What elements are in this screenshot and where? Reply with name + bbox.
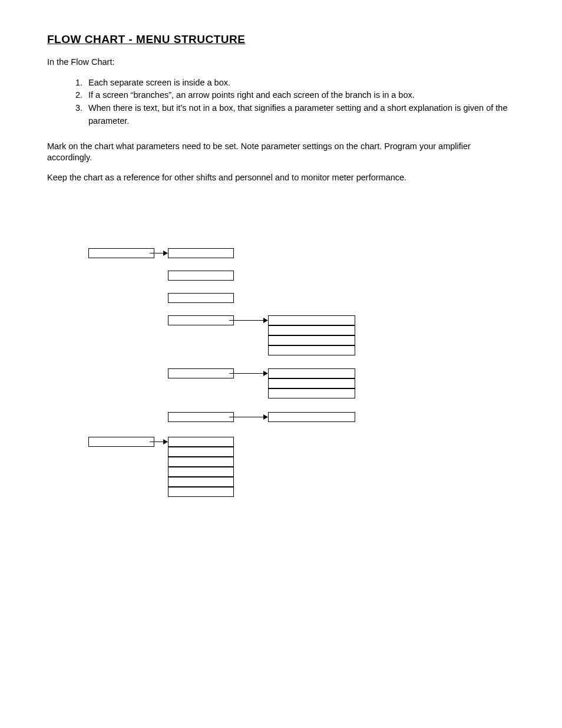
instruction-list: Each separate screen is inside a box. If… — [47, 77, 515, 128]
page-title: FLOW CHART - MENU STRUCTURE — [47, 33, 515, 46]
svg-marker-9 — [163, 439, 168, 444]
list-item: When there is text, but it’s not in a bo… — [85, 102, 515, 128]
flow-box — [268, 368, 355, 378]
flow-box — [168, 368, 234, 378]
flow-box — [168, 467, 234, 477]
flow-arrow — [229, 414, 268, 415]
flow-arrow — [229, 318, 268, 318]
flow-chart-diagram — [88, 248, 501, 543]
svg-marker-5 — [263, 371, 268, 376]
list-item: If a screen “branches”, an arrow points … — [85, 89, 515, 102]
flow-box — [268, 378, 355, 388]
flow-arrow — [150, 439, 168, 440]
paragraph-mark: Mark on the chart what parameters need t… — [47, 141, 515, 164]
flow-box — [88, 248, 154, 258]
flow-box — [268, 315, 355, 325]
flow-box — [168, 457, 234, 467]
flow-box — [168, 412, 234, 422]
flow-box — [168, 293, 234, 303]
svg-marker-7 — [263, 414, 268, 420]
list-item: Each separate screen is inside a box. — [85, 77, 515, 90]
flow-box — [168, 437, 234, 447]
flow-box — [168, 315, 234, 325]
flow-box — [268, 325, 355, 335]
paragraph-keep: Keep the chart as a reference for other … — [47, 172, 515, 184]
intro-paragraph: In the Flow Chart: — [47, 57, 515, 68]
flow-box — [268, 345, 355, 355]
flow-box — [168, 271, 234, 281]
flow-box — [168, 487, 234, 497]
flow-box — [168, 248, 234, 258]
flow-box — [88, 437, 154, 447]
flow-box — [168, 447, 234, 457]
flow-box — [268, 335, 355, 345]
document-page: FLOW CHART - MENU STRUCTURE In the Flow … — [0, 0, 562, 728]
flow-box — [268, 388, 355, 398]
svg-marker-3 — [263, 318, 268, 323]
flow-arrow — [229, 371, 268, 371]
flow-arrow — [150, 251, 168, 251]
flow-box — [268, 412, 355, 422]
flow-box — [168, 477, 234, 487]
svg-marker-1 — [163, 251, 168, 256]
